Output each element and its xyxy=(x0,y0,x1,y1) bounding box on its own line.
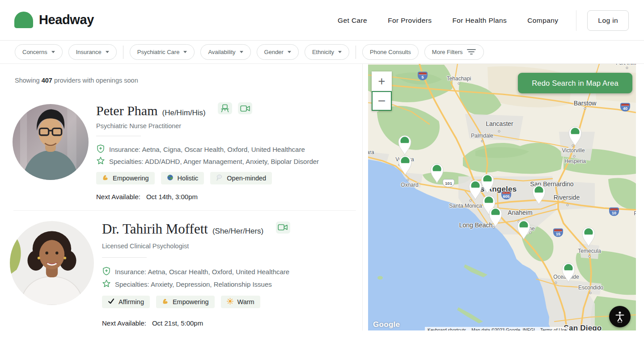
zoom-out-button[interactable]: − xyxy=(372,91,392,111)
filter-psychiatric-care-label: Psychiatric Care xyxy=(137,49,180,55)
filter-phone-consults-label: Phone Consults xyxy=(370,49,411,55)
avatar-illustration xyxy=(13,104,89,180)
map-city-label: Escondido xyxy=(578,284,603,291)
badge-holistic: Holistic xyxy=(161,172,204,184)
chevron-down-icon xyxy=(183,51,187,53)
sun-icon xyxy=(227,298,233,306)
globe-icon xyxy=(167,174,174,182)
filter-ethnicity[interactable]: Ethnicity xyxy=(305,44,349,60)
google-logo[interactable]: Google xyxy=(373,320,400,329)
filter-more-filters-label: More Filters xyxy=(432,49,463,55)
flex-biceps-icon xyxy=(102,174,109,182)
map-city-label: Riverside xyxy=(554,194,580,201)
town-dot xyxy=(589,292,592,294)
headway-wordmark: Headway xyxy=(39,13,94,27)
map-city-label: Anaheim xyxy=(508,209,532,216)
filter-insurance[interactable]: Insurance xyxy=(68,44,117,60)
accessibility-person-icon xyxy=(614,310,626,323)
filter-phone-consults[interactable]: Phone Consults xyxy=(362,44,419,60)
highway-shield-10: 10 xyxy=(609,208,619,216)
map-city-label: Oceanside xyxy=(553,274,579,280)
shield-plus-icon xyxy=(102,267,111,277)
terms-of-use-link[interactable]: Terms of Use xyxy=(538,327,569,330)
filter-more-filters[interactable]: More Filters xyxy=(424,44,484,60)
headway-provider-search-page: Headway Get Care For Providers For Healt… xyxy=(0,0,644,347)
specialties-list: Anxiety, Depression, Relationship Issues xyxy=(151,280,272,288)
filter-concerns[interactable]: Concerns xyxy=(15,44,63,60)
nav-divider xyxy=(576,10,576,31)
headway-dome-icon xyxy=(14,12,33,28)
badge-open-minded: Open-minded xyxy=(210,172,272,184)
map-panel[interactable]: + − Redo Search in Map Area Google Keybo… xyxy=(368,64,636,330)
headway-logo[interactable]: Headway xyxy=(14,12,94,28)
badge-affirming: Affirming xyxy=(102,296,150,308)
video-session-icon xyxy=(276,222,290,234)
filter-availability[interactable]: Availability xyxy=(200,44,250,60)
avatar-illustration xyxy=(10,221,94,305)
nav-for-providers[interactable]: For Providers xyxy=(388,17,432,25)
badge-empowering: Empowering xyxy=(156,296,215,308)
map-city-label: Palm Springs xyxy=(634,210,636,217)
list-scrollbar[interactable] xyxy=(362,64,363,330)
zoom-in-button[interactable]: + xyxy=(372,71,392,91)
map-city-label: Palmdale xyxy=(471,133,493,139)
star-icon xyxy=(96,156,105,167)
specialties-row: Specialties: Anxiety, Depression, Relati… xyxy=(102,279,272,289)
chevron-down-icon xyxy=(106,51,109,53)
nav-for-health-plans[interactable]: For Health Plans xyxy=(452,17,507,25)
redo-search-button[interactable]: Redo Search in Map Area xyxy=(518,73,632,93)
town-dot xyxy=(470,200,472,202)
login-button[interactable]: Log in xyxy=(587,10,629,31)
card-separator xyxy=(13,210,356,211)
town-dot xyxy=(584,108,586,110)
map-attribution: Keyboard shortcuts Map data ©2023 Google… xyxy=(425,327,569,330)
town-dot xyxy=(498,130,500,133)
map-city-label: Lancaster xyxy=(486,120,513,127)
accessibility-widget-button[interactable] xyxy=(609,306,631,327)
insurance-row: Insurance: Aetna, Oscar Health, Oxford, … xyxy=(102,267,289,277)
insurance-list: Aetna, Cigna, Oscar Health, Oxford, Unit… xyxy=(142,146,305,153)
video-session-icon xyxy=(238,102,252,114)
highway-shield-40: 40 xyxy=(620,103,630,112)
highway-shield-15: 15 xyxy=(553,229,563,237)
town-dot xyxy=(567,204,569,206)
session-mode-icons xyxy=(276,222,290,234)
filter-gender-label: Gender xyxy=(264,49,284,55)
map-city-label: Victorville xyxy=(562,147,585,154)
provider-title: Psychiatric Nurse Practitioner xyxy=(96,122,181,130)
avatar-tahirih-moffett[interactable] xyxy=(10,221,94,305)
star-icon xyxy=(102,279,111,289)
town-dot xyxy=(458,83,460,85)
town-dot xyxy=(481,140,483,142)
avatar-peter-pham[interactable] xyxy=(13,104,89,180)
filter-psychiatric-care[interactable]: Psychiatric Care xyxy=(130,44,195,60)
check-mark-icon xyxy=(108,298,114,306)
shield-plus-icon xyxy=(96,144,105,155)
map-city-label: Santa Barbara xyxy=(368,149,374,155)
provider-name[interactable]: Peter Pham(He/Him/His) xyxy=(96,102,252,118)
town-dot xyxy=(573,155,576,158)
town-dot xyxy=(493,226,495,229)
insurance-list: Aetna, Oscar Health, Oxford, United Heal… xyxy=(148,268,289,276)
personality-badges: Affirming Empowering Warm xyxy=(102,296,260,308)
chevron-down-icon xyxy=(288,51,291,53)
map-city-label: Fort Irwin xyxy=(616,64,636,66)
specialties-list: ADD/ADHD, Anger Management, Anxiety, Bip… xyxy=(145,158,319,165)
map-city-label: San Diego xyxy=(564,324,602,330)
filter-insurance-label: Insurance xyxy=(76,49,102,55)
main-nav: Get Care For Providers For Health Plans … xyxy=(317,0,644,41)
nav-company[interactable]: Company xyxy=(527,17,558,25)
nav-get-care[interactable]: Get Care xyxy=(338,17,367,25)
badge-empowering: Empowering xyxy=(96,172,155,184)
map-city-label: Ventura xyxy=(395,156,414,163)
personality-badges: Empowering Holistic Open-minded xyxy=(96,172,272,184)
filter-gender[interactable]: Gender xyxy=(257,44,299,60)
insurance-row: Insurance: Aetna, Cigna, Oscar Health, O… xyxy=(96,144,305,155)
filter-availability-label: Availability xyxy=(208,49,235,55)
town-dot xyxy=(518,221,520,223)
provider-name[interactable]: Dr. Tahirih Moffett(She/Her/Hers) xyxy=(102,221,290,237)
highway-shield-101: 101 xyxy=(443,179,455,187)
filter-lines-icon xyxy=(466,48,476,56)
top-header: Headway Get Care For Providers For Healt… xyxy=(0,0,644,41)
keyboard-shortcuts-link[interactable]: Keyboard shortcuts xyxy=(425,327,469,330)
